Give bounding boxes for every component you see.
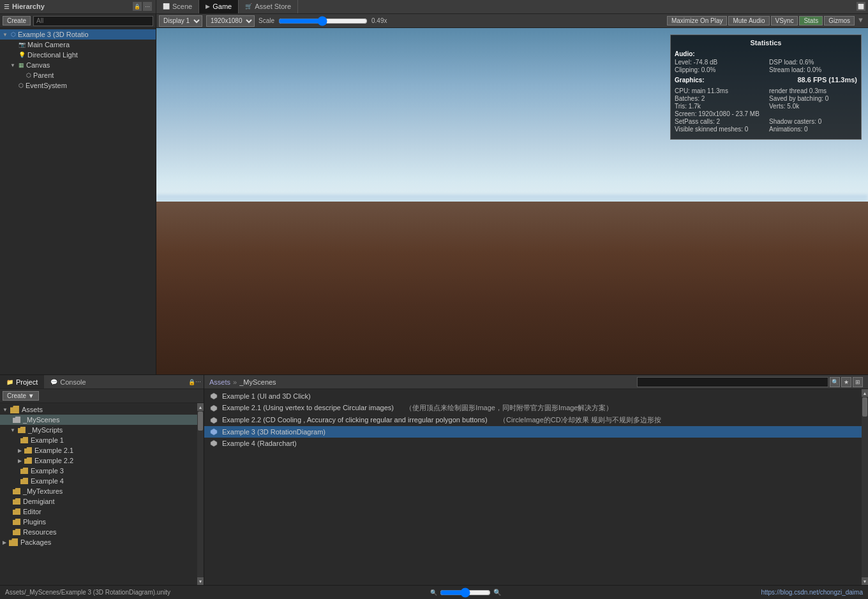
proj-item-assets[interactable]: ▼ Assets (0, 404, 197, 415)
assets-scrollbar[interactable]: ▲ ▼ (862, 389, 868, 585)
statistics-panel: Statistics Audio: Level: -74.8 dB DSP lo… (670, 34, 862, 140)
status-link[interactable]: https://blog.csdn.net/chongzi_daima (761, 589, 863, 596)
scroll-thumb[interactable] (862, 397, 867, 417)
project-create-button[interactable]: Create ▼ (3, 391, 39, 401)
folder-icon (20, 468, 28, 474)
tree-item-eventsystem[interactable]: ⬡ EventSystem (0, 80, 156, 91)
vsync-btn[interactable]: VSync (771, 16, 798, 26)
mute-audio-btn[interactable]: Mute Audio (728, 16, 769, 26)
proj-item-mytextures[interactable]: _MyTextures (0, 486, 197, 496)
scroll-track[interactable] (197, 411, 204, 577)
proj-arrow: ▼ (3, 407, 8, 413)
resolution-select[interactable]: 1920x1080 (206, 15, 255, 27)
hierarchy-lock-btn[interactable]: 🔒 (133, 2, 142, 11)
proj-item-ex21[interactable]: ▶ Example 2.1 (0, 445, 197, 455)
proj-item-ex3[interactable]: Example 3 (0, 466, 197, 476)
hierarchy-create-button[interactable]: Create (3, 16, 31, 26)
project-toolbar: Create ▼ (0, 389, 204, 403)
proj-label: Demigiant (23, 498, 55, 505)
asset-item-ex22[interactable]: Example 2.2 (CD Cooling , Accuracy of cl… (204, 414, 862, 426)
hierarchy-search-input[interactable] (33, 16, 153, 26)
panel-maximize-btn[interactable]: ⬜ (857, 2, 865, 11)
scroll-up-arrow[interactable]: ▲ (197, 403, 204, 411)
assets-zoom-slider[interactable] (440, 588, 491, 598)
assets-search-input[interactable] (637, 377, 828, 387)
scroll-track[interactable] (862, 397, 868, 577)
graphics-stats: CPU: main 11.3ms render thread 0.3ms Bat… (675, 87, 857, 133)
proj-item-resources[interactable]: Resources (0, 527, 197, 537)
proj-label: Packages (20, 538, 51, 546)
asset-item-ex21[interactable]: Example 2.1 (Using vertex to descripe Ci… (204, 402, 862, 414)
project-scrollbar[interactable]: ▲ ▼ (197, 403, 204, 585)
breadcrumb-sep: » (233, 378, 237, 386)
hierarchy-more-btn[interactable]: ⋯ (143, 2, 152, 11)
tab-asset-store[interactable]: 🛒 Asset Store (239, 0, 298, 13)
proj-item-ex22[interactable]: ▶ Example 2.2 (0, 455, 197, 466)
folder-icon (18, 427, 26, 433)
assets-filter-btn[interactable]: ★ (841, 377, 851, 387)
scale-slider[interactable] (278, 16, 368, 26)
game-viewport[interactable]: Statistics Audio: Level: -74.8 dB DSP lo… (156, 28, 868, 374)
stats-btn[interactable]: Stats (799, 16, 823, 26)
proj-item-packages[interactable]: ▶ Packages (0, 537, 197, 547)
proj-label: _MyScenes (23, 416, 59, 424)
zoom-out-icon: 🔍 (430, 589, 437, 596)
screen-stat: Screen: 1920x1080 - 23.7 MB (675, 110, 857, 117)
proj-item-ex4[interactable]: Example 4 (0, 476, 197, 486)
ground-background (156, 202, 868, 375)
game-toolbar: Display 1 1920x1080 Scale 0.49x Maximize… (156, 14, 868, 28)
tree-item-dir-light[interactable]: 💡 Directional Light (0, 50, 156, 60)
asset-label: Example 2.2 (CD Cooling , Accuracy of cl… (222, 415, 661, 425)
status-bar: Assets/_MyScenes/Example 3 (3D RotationD… (0, 585, 868, 599)
clipping-stat: Clipping: 0.0% (675, 66, 763, 73)
proj-item-demigiant[interactable]: Demigiant (0, 496, 197, 507)
folder-icon (24, 447, 32, 454)
scroll-up-arrow[interactable]: ▲ (862, 389, 868, 397)
proj-item-editor[interactable]: Editor (0, 507, 197, 517)
scroll-down-arrow[interactable]: ▼ (197, 577, 204, 585)
animations-stat: Animations: 0 (769, 126, 857, 133)
proj-item-plugins[interactable]: Plugins (0, 517, 197, 527)
tab-project[interactable]: 📁 Project (0, 375, 44, 388)
proj-label: Example 2.2 (34, 457, 73, 464)
svg-marker-3 (211, 429, 217, 435)
tree-item-parent[interactable]: ⬡ Parent (0, 70, 156, 80)
tab-game[interactable]: ▶ Game (199, 0, 239, 13)
proj-label: Example 1 (31, 436, 64, 444)
level-stat: Level: -74.8 dB (675, 59, 763, 66)
tab-scene[interactable]: ⬜ Scene (156, 0, 199, 13)
scroll-down-arrow[interactable]: ▼ (862, 577, 868, 585)
asset-item-ex1[interactable]: Example 1 (UI and 3D Click) (204, 390, 862, 402)
panel-lock-btn[interactable]: 🔒 (188, 379, 195, 385)
proj-item-ex1[interactable]: Example 1 (0, 435, 197, 445)
stats-title: Statistics (675, 39, 857, 47)
assets-search-btn[interactable]: 🔍 (830, 377, 840, 387)
proj-item-myscenes[interactable]: _MyScenes (0, 415, 197, 425)
tree-item-example3[interactable]: ▼ ⬡ Example 3 (3D Rotatio (0, 29, 156, 40)
tab-console[interactable]: 💬 Console (44, 375, 92, 388)
display-select[interactable]: Display 1 (159, 15, 202, 27)
breadcrumb-assets[interactable]: Assets (209, 378, 230, 386)
proj-label: Editor (23, 508, 41, 515)
tree-item-label: Example 3 (3D Rotatio (18, 31, 89, 38)
maximize-on-play-btn[interactable]: Maximize On Play (667, 16, 728, 26)
asset-label: Example 2.1 (Using vertex to descripe Ci… (222, 403, 613, 413)
tree-item-main-camera[interactable]: 📷 Main Camera (0, 40, 156, 50)
asset-item-ex3[interactable]: Example 3 (3D RotationDiagram) (204, 426, 862, 438)
status-path: Assets/_MyScenes/Example 3 (3D RotationD… (5, 589, 170, 596)
gizmos-btn[interactable]: Gizmos (824, 16, 855, 26)
bottom-tabs: 📁 Project 💬 Console 🔒 ⋯ (0, 375, 204, 389)
scroll-thumb[interactable] (198, 411, 203, 431)
unity-file-icon (209, 416, 218, 425)
proj-arrow: ▶ (18, 448, 22, 454)
proj-arrow: ▶ (3, 540, 6, 545)
zoom-in-icon: 🔍 (493, 589, 501, 596)
assets-list: Example 1 (UI and 3D Click) Example 2.1 … (204, 389, 862, 585)
assets-layout-btn[interactable]: ⊞ (853, 377, 863, 387)
visible-skinned-stat: Visible skinned meshes: 0 (675, 126, 763, 133)
asset-item-ex4[interactable]: Example 4 (Radarchart) (204, 438, 862, 449)
proj-item-myscripts[interactable]: ▼ _MyScripts (0, 425, 197, 435)
tree-item-canvas[interactable]: ▼ ▦ Canvas (0, 60, 156, 70)
light-icon: 💡 (19, 52, 26, 58)
panel-more-btn[interactable]: ⋯ (195, 379, 201, 385)
